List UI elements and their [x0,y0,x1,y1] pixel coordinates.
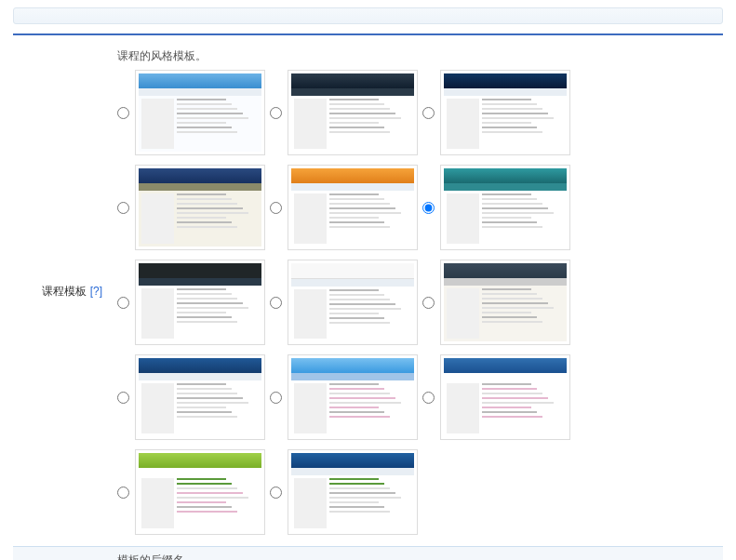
template-option[interactable] [422,165,571,250]
template-option[interactable] [117,70,266,155]
thumb-body [291,475,414,531]
thumb-nav [139,278,261,286]
thumb-header [291,358,414,373]
template-thumbnail [135,165,265,250]
thumb-header [444,263,567,278]
template-thumbnail [135,260,265,345]
template-thumbnail [440,354,570,440]
template-option[interactable] [117,260,266,345]
thumb-header [139,263,261,278]
thumb-header [444,358,567,373]
thumb-body [444,96,567,152]
template-radio[interactable] [117,107,129,119]
thumb-header [291,168,414,183]
thumb-nav [444,183,567,191]
template-radio[interactable] [422,202,435,214]
thumb-nav [291,279,414,287]
thumb-body [139,286,261,341]
thumb-header [291,453,414,468]
thumb-nav [291,183,414,191]
thumb-header [139,168,261,183]
thumb-nav [291,373,414,380]
thumb-body [444,286,567,341]
help-link-template[interactable]: [?] [90,285,102,298]
template-radio[interactable] [422,392,435,404]
template-radio[interactable] [270,297,282,309]
template-thumbnail [288,70,418,155]
template-radio[interactable] [270,107,282,119]
template-option[interactable] [117,354,266,440]
template-thumbnail [288,165,418,250]
thumb-body [139,475,261,531]
thumb-body [444,380,567,436]
thumb-nav [139,88,261,96]
template-radio[interactable] [270,202,282,214]
thumb-nav [291,468,414,475]
thumb-nav [444,278,567,286]
top-panel-bar [13,7,723,24]
template-option[interactable] [270,260,419,345]
template-option[interactable] [117,165,266,250]
template-radio[interactable] [117,202,129,214]
template-thumbnail [440,70,570,155]
template-option[interactable] [422,260,571,345]
template-radio[interactable] [117,487,129,499]
thumb-header [139,453,261,468]
thumb-body [291,380,414,436]
template-radio[interactable] [422,297,435,309]
template-option[interactable] [117,449,266,535]
thumb-nav [291,88,414,96]
row-suffix: 模板后缀名 [?] 模板的后缀名。 [13,546,723,560]
thumb-nav [444,88,567,96]
template-grid [117,70,723,535]
thumb-header [291,73,414,88]
template-thumbnail [135,70,265,155]
template-radio[interactable] [117,392,129,404]
template-radio[interactable] [117,297,129,309]
thumb-nav [139,373,261,380]
template-radio[interactable] [422,107,435,119]
thumb-header [139,358,261,373]
label-text-template: 课程模板 [42,285,87,298]
thumb-nav [139,183,261,191]
template-thumbnail [135,449,265,535]
template-thumbnail [288,260,418,345]
template-option[interactable] [270,449,419,535]
template-option[interactable] [270,165,419,250]
template-thumbnail [288,354,418,440]
thumb-body [291,191,414,247]
thumb-body [139,96,261,152]
thumb-header [291,263,414,279]
template-thumbnail [288,449,418,535]
template-option[interactable] [422,354,571,440]
thumb-nav [444,373,567,380]
template-radio[interactable] [270,487,282,499]
thumb-header [139,73,261,88]
row-course-template: 课程模板 [?] 课程的风格模板。 [13,43,723,540]
thumb-header [444,168,567,183]
template-radio[interactable] [270,392,282,404]
thumb-body [139,380,261,436]
thumb-body [444,191,567,247]
thumb-body [139,191,261,247]
desc-suffix: 模板的后缀名。 [117,553,723,560]
template-option[interactable] [422,70,571,155]
template-option[interactable] [270,354,419,440]
thumb-body [291,287,414,341]
thumb-header [444,73,567,88]
template-option[interactable] [270,70,419,155]
template-thumbnail [440,165,570,250]
section-divider [13,33,723,35]
desc-template: 课程的风格模板。 [117,48,723,64]
thumb-nav [139,468,261,475]
thumb-body [291,96,414,152]
template-thumbnail [440,260,570,345]
template-thumbnail [135,354,265,440]
label-course-template: 课程模板 [?] [13,284,110,300]
